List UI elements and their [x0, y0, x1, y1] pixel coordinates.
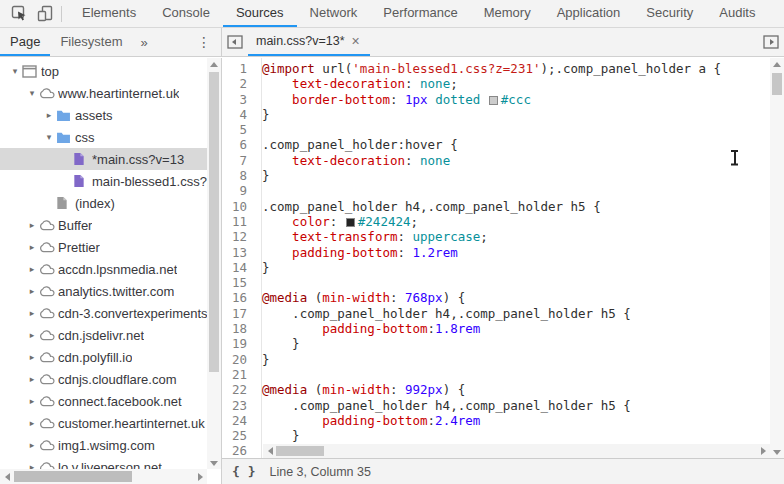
color-swatch-icon[interactable]	[346, 218, 355, 227]
line-number[interactable]: 13	[222, 245, 256, 260]
code-line-14[interactable]: 14}	[222, 260, 770, 275]
tree-item-www-heartinternet-uk[interactable]: ▾www.heartinternet.uk	[0, 82, 207, 104]
line-number[interactable]: 17	[222, 306, 256, 321]
code-line-9[interactable]: 9	[222, 183, 770, 198]
more-tabs-icon[interactable]: »	[133, 28, 156, 56]
editor-vertical-scrollbar[interactable]	[770, 58, 784, 458]
line-number[interactable]: 24	[222, 413, 256, 428]
tree-item-top[interactable]: ▾top	[0, 60, 207, 82]
line-number[interactable]: 2	[222, 76, 256, 91]
main-tab-network[interactable]: Network	[297, 0, 371, 27]
scroll-up-icon[interactable]	[207, 58, 221, 70]
tree-item-cdn-polyfill-io[interactable]: ▸cdn.polyfill.io	[0, 346, 207, 368]
editor-vscroll-thumb[interactable]	[772, 73, 782, 95]
code-view[interactable]: 1@import url('main-blessed1.css?z=231');…	[222, 61, 770, 458]
line-number[interactable]: 4	[222, 107, 256, 122]
line-number[interactable]: 11	[222, 214, 256, 229]
tree-arrow-expanded-icon[interactable]: ▾	[42, 132, 56, 142]
tree-item-cdnjs-cloudflare-com[interactable]: ▸cdnjs.cloudflare.com	[0, 368, 207, 390]
tree-item-cdn-jsdelivr-net[interactable]: ▸cdn.jsdelivr.net	[0, 324, 207, 346]
scroll-left-icon[interactable]	[0, 471, 14, 483]
code-line-11[interactable]: 11 color: #242424;	[222, 214, 770, 229]
code-line-13[interactable]: 13 padding-bottom: 1.2rem	[222, 245, 770, 260]
code-line-18[interactable]: 18 padding-bottom:1.8rem	[222, 321, 770, 336]
code-line-23[interactable]: 23 .comp_panel_holder h4,.comp_panel_hol…	[222, 398, 770, 413]
line-number[interactable]: 18	[222, 321, 256, 336]
code-line-2[interactable]: 2 text-decoration: none;	[222, 76, 770, 91]
main-tab-security[interactable]: Security	[633, 0, 706, 27]
tree-item-lo-v-liveperson-net[interactable]: ▸lo.v.liveperson.net	[0, 456, 207, 469]
line-number[interactable]: 23	[222, 398, 256, 413]
tree-item-accdn-lpsnmedia-net[interactable]: ▸accdn.lpsnmedia.net	[0, 258, 207, 280]
sidebar-vscroll-thumb[interactable]	[209, 72, 219, 372]
device-toolbar-icon[interactable]	[32, 2, 58, 26]
main-tab-elements[interactable]: Elements	[69, 0, 149, 27]
tree-arrow-collapsed-icon[interactable]: ▸	[25, 418, 39, 428]
code-line-5[interactable]: 5	[222, 122, 770, 137]
tree-item-connect-facebook-net[interactable]: ▸connect.facebook.net	[0, 390, 207, 412]
tree-arrow-collapsed-icon[interactable]: ▸	[25, 330, 39, 340]
tree-arrow-collapsed-icon[interactable]: ▸	[25, 264, 39, 274]
tree-arrow-collapsed-icon[interactable]: ▸	[25, 396, 39, 406]
code-line-10[interactable]: 10.comp_panel_holder h4,.comp_panel_hold…	[222, 199, 770, 214]
main-tab-memory[interactable]: Memory	[471, 0, 544, 27]
line-number[interactable]: 22	[222, 382, 256, 397]
tree-item-assets[interactable]: ▸assets	[0, 104, 207, 126]
code-line-25[interactable]: 25 }	[222, 428, 770, 443]
tree-item-img1-wsimg-com[interactable]: ▸img1.wsimg.com	[0, 434, 207, 456]
color-swatch-icon[interactable]	[489, 96, 498, 105]
tree-item-main-blessed1-css-z-2[interactable]: main-blessed1.css?z=2	[0, 170, 207, 192]
line-number[interactable]: 20	[222, 352, 256, 367]
line-number[interactable]: 6	[222, 137, 256, 152]
scroll-right-icon[interactable]	[193, 471, 207, 483]
tab-filesystem[interactable]: Filesystem	[50, 28, 132, 56]
main-tab-audits[interactable]: Audits	[706, 0, 768, 27]
editor-horizontal-scrollbar[interactable]	[263, 444, 770, 458]
show-panel-icon[interactable]	[758, 28, 784, 56]
code-line-22[interactable]: 22@media (min-width: 992px) {	[222, 382, 770, 397]
editor-scroll-up-icon[interactable]	[770, 58, 784, 70]
tree-arrow-collapsed-icon[interactable]: ▸	[25, 462, 39, 469]
pretty-print-icon[interactable]: { }	[232, 464, 255, 479]
main-tab-application[interactable]: Application	[544, 0, 634, 27]
code-line-4[interactable]: 4}	[222, 107, 770, 122]
editor-scroll-right-icon[interactable]	[756, 445, 770, 457]
tree-arrow-collapsed-icon[interactable]: ▸	[42, 110, 56, 120]
tree-arrow-expanded-icon[interactable]: ▾	[8, 66, 22, 76]
line-number[interactable]: 5	[222, 122, 256, 137]
code-line-20[interactable]: 20}	[222, 352, 770, 367]
line-number[interactable]: 21	[222, 367, 256, 382]
code-line-12[interactable]: 12 text-transform: uppercase;	[222, 229, 770, 244]
line-number[interactable]: 19	[222, 336, 256, 351]
editor-scroll-down-icon[interactable]	[770, 446, 784, 458]
tree-item-prettier[interactable]: ▸Prettier	[0, 236, 207, 258]
hide-navigator-icon[interactable]	[222, 28, 248, 56]
code-line-3[interactable]: 3 border-bottom: 1px dotted #ccc	[222, 92, 770, 107]
line-number[interactable]: 15	[222, 275, 256, 290]
tree-item-customer-heartinternet-uk[interactable]: ▸customer.heartinternet.uk	[0, 412, 207, 434]
line-number[interactable]: 12	[222, 229, 256, 244]
tree-item--index-[interactable]: (index)	[0, 192, 207, 214]
tree-item-analytics-twitter-com[interactable]: ▸analytics.twitter.com	[0, 280, 207, 302]
inspect-element-icon[interactable]	[6, 2, 32, 26]
navigator-menu-dots-icon[interactable]: ⋮	[187, 28, 221, 56]
code-line-17[interactable]: 17 .comp_panel_holder h4,.comp_panel_hol…	[222, 306, 770, 321]
close-tab-icon[interactable]: ×	[352, 34, 360, 48]
line-number[interactable]: 3	[222, 92, 256, 107]
tree-arrow-expanded-icon[interactable]: ▾	[25, 88, 39, 98]
line-number[interactable]: 7	[222, 153, 256, 168]
tree-arrow-collapsed-icon[interactable]: ▸	[25, 352, 39, 362]
tree-arrow-collapsed-icon[interactable]: ▸	[25, 374, 39, 384]
line-number[interactable]: 14	[222, 260, 256, 275]
code-line-1[interactable]: 1@import url('main-blessed1.css?z=231');…	[222, 61, 770, 76]
code-line-16[interactable]: 16@media (min-width: 768px) {	[222, 290, 770, 305]
code-line-6[interactable]: 6.comp_panel_holder:hover {	[222, 137, 770, 152]
line-number[interactable]: 8	[222, 168, 256, 183]
line-number[interactable]: 9	[222, 183, 256, 198]
line-number[interactable]: 10	[222, 199, 256, 214]
code-line-24[interactable]: 24 padding-bottom:2.4rem	[222, 413, 770, 428]
line-number[interactable]: 1	[222, 61, 256, 76]
code-line-8[interactable]: 8}	[222, 168, 770, 183]
tree-item-css[interactable]: ▾css	[0, 126, 207, 148]
tree-item-buffer[interactable]: ▸Buffer	[0, 214, 207, 236]
